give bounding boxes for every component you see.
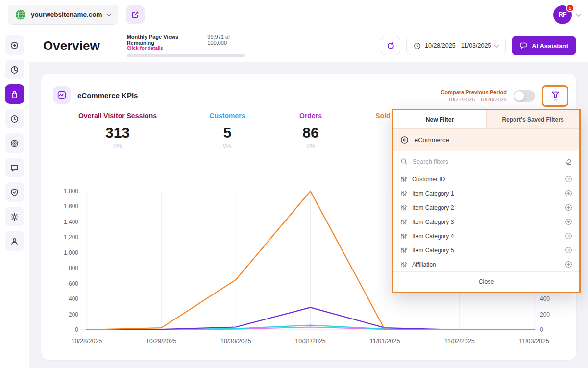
filter-item-customer-id[interactable]: Customer ID [393, 172, 579, 186]
page-title: Overview [43, 38, 100, 53]
kpi-pct-0: 0% [59, 143, 176, 149]
ai-assistant-button[interactable]: AI Assistant [512, 36, 576, 55]
eraser-icon[interactable] [565, 158, 572, 165]
back-circle-icon[interactable] [400, 136, 409, 144]
chevron-down-icon[interactable] [576, 11, 581, 16]
svg-text:200: 200 [69, 311, 78, 318]
person-icon [10, 237, 19, 245]
sidebar-item-communication[interactable] [5, 158, 24, 177]
arrow-circle-right-icon[interactable] [565, 190, 572, 197]
refresh-button[interactable] [381, 36, 400, 55]
filter-item-item-category-2[interactable]: Item Category 2 [393, 200, 579, 215]
user-menu[interactable]: RF 1 [553, 5, 572, 24]
sidebar-item-analytics[interactable] [5, 60, 24, 79]
svg-text:11/02/2025: 11/02/2025 [444, 338, 475, 344]
chevron-down-icon [106, 11, 111, 16]
kpi-customers[interactable]: Customers 5 0% [186, 112, 269, 149]
filter-item-item-category-5[interactable]: Item Category 5 [393, 243, 579, 257]
tab-saved-filters[interactable]: Report's Saved Filters [486, 110, 579, 128]
svg-text:10/31/2025: 10/31/2025 [295, 338, 326, 344]
pageviews-value: 99,971 of 100,000 [207, 34, 249, 46]
website-selector[interactable]: yourwebsitename.com [8, 5, 118, 25]
refresh-icon [387, 42, 395, 50]
compare-range: 10/21/2025 - 10/28/2025 [441, 96, 507, 103]
arrow-circle-right-icon[interactable] [565, 175, 572, 183]
sliders-icon [400, 176, 407, 183]
filter-item-item-category-4[interactable]: Item Category 4 [393, 229, 579, 243]
sliders-icon [400, 261, 407, 268]
compare-label: Compare Previous Period [441, 89, 507, 96]
arrow-circle-right-icon[interactable] [565, 261, 572, 268]
svg-text:600: 600 [69, 280, 78, 287]
sliders-icon [400, 233, 407, 240]
page-header: Overview Monthly Page Views Remaining 99… [29, 29, 588, 62]
pie-chart-icon [10, 66, 19, 74]
pageviews-quota: Monthly Page Views Remaining 99,971 of 1… [127, 34, 249, 57]
open-website-button[interactable] [126, 5, 145, 24]
filter-item-affiliation[interactable]: Affiliation [393, 257, 579, 271]
tab-new-filter[interactable]: New Filter [393, 110, 486, 128]
filter-context-row[interactable]: eCommerce [393, 129, 579, 151]
app-root: yourwebsitename.com RF 1 [0, 0, 588, 368]
sidebar-item-privacy[interactable] [5, 182, 24, 202]
sidebar-item-history[interactable] [5, 109, 24, 128]
date-range-picker[interactable]: 10/28/2025 - 11/03/2025 [406, 36, 506, 55]
website-logo-icon [15, 9, 26, 20]
website-name: yourwebsitename.com [31, 11, 102, 18]
shield-check-icon [10, 188, 19, 196]
svg-text:400: 400 [69, 295, 78, 302]
filter-panel-tabs: New Filter Report's Saved Filters [393, 110, 579, 129]
shopping-bag-icon [10, 90, 19, 98]
svg-text:800: 800 [69, 265, 78, 271]
history-clock-icon [10, 115, 19, 123]
filter-list: Customer ID Item Category 1 Item Categor… [393, 172, 579, 271]
svg-text:1,000: 1,000 [64, 249, 78, 256]
kpi-label-2: Orders [269, 112, 352, 120]
compare-toggle[interactable] [514, 90, 535, 102]
arrow-circle-right-icon[interactable] [565, 218, 572, 225]
widget-icon [53, 86, 71, 104]
clock-icon [414, 42, 421, 49]
filter-item-item-category-1[interactable]: Item Category 1 [393, 186, 579, 200]
funnel-icon [551, 91, 560, 99]
svg-text:10/28/2025: 10/28/2025 [72, 338, 102, 344]
sidebar [0, 29, 29, 368]
kpi-overall-visitor-sessions[interactable]: Overall Visitor Sessions 313 0% [59, 112, 176, 149]
search-icon [400, 158, 408, 165]
card-title: eCommerce KPIs [77, 91, 138, 101]
sidebar-item-dashboard[interactable] [5, 35, 24, 55]
pageviews-progress-bar [127, 54, 245, 57]
target-icon [10, 139, 19, 147]
kpi-value-0: 313 [59, 124, 176, 141]
svg-text:200: 200 [540, 311, 550, 318]
svg-text:1,600: 1,600 [64, 203, 78, 210]
svg-text:11/01/2025: 11/01/2025 [370, 338, 400, 344]
filter-item-item-category-3[interactable]: Item Category 3 [393, 215, 579, 229]
arrow-circle-right-icon[interactable] [565, 232, 572, 240]
ai-assistant-label: AI Assistant [532, 42, 568, 49]
annotation-highlight-filter-button [542, 85, 568, 107]
sidebar-item-goals[interactable] [5, 133, 24, 153]
sidebar-item-support[interactable] [5, 231, 24, 251]
pageviews-details-link[interactable]: Click for details [127, 46, 249, 51]
dashboard-icon [10, 41, 19, 49]
filter-search-input[interactable] [413, 158, 560, 165]
compare-previous-period: Compare Previous Period 10/21/2025 - 10/… [441, 89, 507, 103]
kpi-label-0: Overall Visitor Sessions [59, 112, 176, 120]
topbar: yourwebsitename.com RF 1 [0, 0, 588, 29]
filter-button[interactable] [551, 91, 560, 102]
sliders-icon [400, 190, 407, 197]
notification-badge: 1 [566, 4, 574, 12]
sidebar-item-settings[interactable] [5, 207, 24, 226]
sliders-icon [400, 204, 407, 211]
filter-context-label: eCommerce [415, 136, 449, 144]
kpi-orders[interactable]: Orders 86 0% [269, 112, 352, 149]
filter-panel-close-button[interactable]: Close [393, 271, 579, 292]
svg-text:0: 0 [75, 326, 78, 333]
arrow-circle-right-icon[interactable] [565, 204, 572, 211]
date-range-text: 10/28/2025 - 11/03/2025 [425, 42, 491, 49]
sidebar-item-ecommerce[interactable] [5, 84, 24, 104]
arrow-circle-right-icon[interactable] [565, 246, 572, 254]
svg-text:400: 400 [540, 295, 550, 302]
pageviews-label: Monthly Page Views Remaining [127, 34, 205, 46]
